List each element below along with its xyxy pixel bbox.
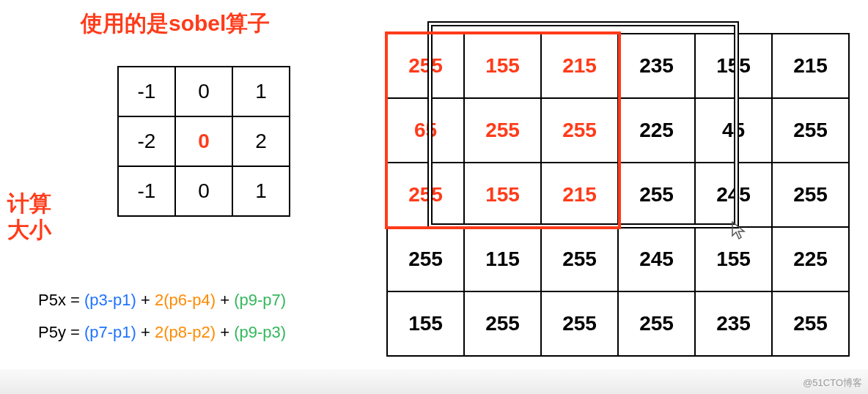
formula-lhs: P5x <box>38 291 66 309</box>
formula-eq: = <box>66 323 84 341</box>
pixel-cell: 225 <box>772 227 849 291</box>
table-row: 155 255 255 255 235 255 <box>387 291 849 356</box>
pixel-cell: 155 <box>464 34 541 98</box>
table-row: 255 155 215 255 245 255 <box>387 163 849 227</box>
pixel-cell: 155 <box>387 291 464 356</box>
pixel-cell: 215 <box>541 163 618 227</box>
pixel-cell: 255 <box>387 227 464 291</box>
pixel-cell: 215 <box>772 34 849 98</box>
pixel-table: 255 155 215 235 155 215 65 255 255 225 4… <box>386 33 850 357</box>
formula-p5y: P5y = (p7-p1) + 2(p8-p2) + (p9-p3) <box>38 316 286 349</box>
pixel-cell: 255 <box>772 98 849 163</box>
watermark: @51CTO博客 <box>803 376 862 390</box>
sobel-cell: 2 <box>232 116 290 166</box>
side-label-line-1: 计算 <box>7 190 51 217</box>
pixel-cell: 235 <box>695 291 772 356</box>
pixel-cell: 215 <box>541 34 618 98</box>
formula-plus: + <box>216 291 234 309</box>
table-row: -1 0 1 <box>118 67 290 116</box>
side-label: 计算 大小 <box>7 190 51 243</box>
pixel-cell: 245 <box>618 227 695 291</box>
pixel-cell: 65 <box>387 98 464 163</box>
pixel-cell: 255 <box>387 163 464 227</box>
pixel-cell: 155 <box>695 227 772 291</box>
pixel-cell: 235 <box>618 34 695 98</box>
pixel-cell: 225 <box>618 98 695 163</box>
formula-plus: + <box>136 291 155 309</box>
pixel-cell: 155 <box>695 34 772 98</box>
bottom-gradient <box>0 369 868 394</box>
pixel-cell: 255 <box>772 291 849 356</box>
pixel-cell: 255 <box>387 34 464 98</box>
sobel-cell: 1 <box>232 166 290 216</box>
sobel-cell-center: 0 <box>175 116 232 166</box>
pixel-grid: 255 155 215 235 155 215 65 255 255 225 4… <box>386 33 850 357</box>
pixel-cell: 255 <box>772 163 849 227</box>
pixel-cell: 255 <box>464 291 541 356</box>
pixel-cell: 115 <box>464 227 541 291</box>
formula-term: 2(p8-p2) <box>155 323 216 341</box>
sobel-cell: -1 <box>118 67 175 116</box>
sobel-cell: 0 <box>175 67 232 116</box>
table-row: 255 115 255 245 155 225 <box>387 227 849 291</box>
formula-plus: + <box>216 323 234 341</box>
page-title: 使用的是sobel算子 <box>81 9 270 39</box>
formula-lhs: P5y <box>38 323 66 341</box>
pixel-cell: 255 <box>464 98 541 163</box>
sobel-table: -1 0 1 -2 0 2 -1 0 1 <box>117 66 290 217</box>
pixel-cell: 255 <box>541 227 618 291</box>
sobel-cell: 0 <box>175 166 232 216</box>
formula-term: (p9-p3) <box>234 323 286 341</box>
sobel-cell: 1 <box>232 67 290 116</box>
formula-term: (p3-p1) <box>84 291 136 309</box>
formula-eq: = <box>66 291 84 309</box>
pixel-cell: 45 <box>695 98 772 163</box>
table-row: 65 255 255 225 45 255 <box>387 98 849 163</box>
formula-term: (p7-p1) <box>84 323 136 341</box>
sobel-kernel: -1 0 1 -2 0 2 -1 0 1 <box>117 66 290 217</box>
pixel-cell: 255 <box>618 291 695 356</box>
pixel-cell: 255 <box>541 291 618 356</box>
sobel-cell: -2 <box>118 116 175 166</box>
formula-plus: + <box>136 323 155 341</box>
formula-block: P5x = (p3-p1) + 2(p6-p4) + (p9-p7) P5y =… <box>38 284 286 349</box>
table-row: -2 0 2 <box>118 116 290 166</box>
formula-term: 2(p6-p4) <box>155 291 216 309</box>
table-row: -1 0 1 <box>118 166 290 216</box>
pixel-cell: 255 <box>618 163 695 227</box>
table-row: 255 155 215 235 155 215 <box>387 34 849 98</box>
pixel-cell: 245 <box>695 163 772 227</box>
pixel-cell: 155 <box>464 163 541 227</box>
formula-term: (p9-p7) <box>234 291 286 309</box>
pixel-cell: 255 <box>541 98 618 163</box>
sobel-cell: -1 <box>118 166 175 216</box>
formula-p5x: P5x = (p3-p1) + 2(p6-p4) + (p9-p7) <box>38 284 286 316</box>
side-label-line-2: 大小 <box>7 217 51 243</box>
